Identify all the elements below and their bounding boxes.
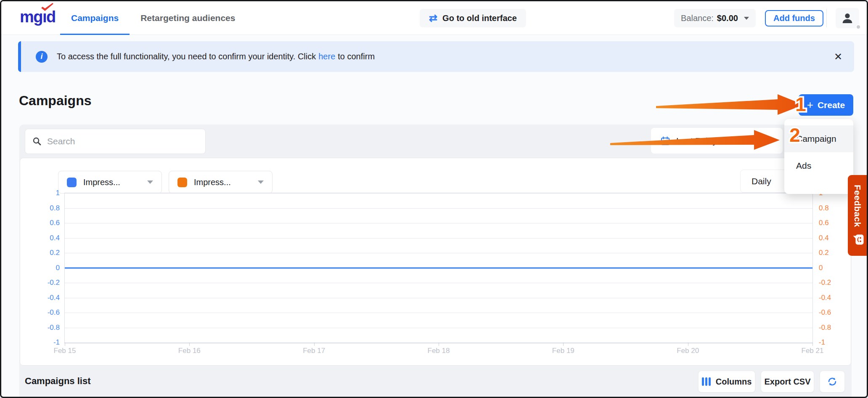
y-axis-right-tick: 0.2 — [819, 249, 829, 257]
metric-right-label: Impress... — [194, 178, 231, 187]
confirm-identity-link[interactable]: here — [318, 52, 335, 61]
columns-label: Columns — [716, 377, 752, 387]
info-icon: i — [36, 51, 48, 63]
y-axis-left-tick: 0.6 — [50, 219, 60, 227]
header-divider — [826, 9, 827, 27]
create-button[interactable]: + Create — [799, 94, 853, 116]
y-axis-left-tick: -0.2 — [48, 279, 60, 287]
y-axis-right-tick: -0.6 — [819, 308, 831, 317]
close-icon[interactable]: ✕ — [834, 51, 842, 63]
metric-left-label: Impress... — [83, 178, 120, 187]
balance-dropdown[interactable]: Balance: $0.00 — [674, 9, 756, 27]
y-axis-left-tick: 0.8 — [50, 204, 60, 212]
swap-arrows-icon: ⇄ — [429, 13, 437, 23]
x-axis-tick: Feb 21 — [802, 347, 824, 355]
logo-check-icon — [40, 3, 54, 12]
y-axis-left-tick: -0.4 — [48, 294, 60, 302]
y-axis-right-tick: -0.4 — [819, 294, 831, 302]
logo-text: mg — [20, 8, 42, 26]
page-title: Campaigns — [19, 93, 91, 109]
y-axis-left-tick: 0 — [56, 264, 60, 272]
chevron-down-icon — [147, 180, 153, 184]
x-axis-tick: Feb 19 — [552, 347, 574, 355]
create-button-label: Create — [818, 100, 845, 110]
go-to-old-interface-label: Go to old interface — [442, 13, 517, 23]
export-csv-button[interactable]: Export CSV — [761, 371, 814, 393]
date-range-picker[interactable]: Last 7 days — [651, 128, 783, 154]
metric-selector-left[interactable]: Impress... — [58, 171, 162, 194]
x-axis-tick: Feb 16 — [178, 347, 201, 355]
y-axis-right-tick: -0.2 — [819, 279, 831, 287]
refresh-button[interactable] — [820, 371, 845, 393]
x-axis-tick: Feb 20 — [677, 347, 699, 355]
calendar-icon — [660, 136, 670, 146]
y-axis-left-tick: 1 — [56, 189, 60, 197]
arrow-1 — [656, 94, 804, 115]
logo-i: ı — [42, 8, 46, 26]
granularity-label: Daily — [752, 176, 771, 186]
date-range-label: Last 7 days — [676, 136, 721, 146]
menu-item-campaign[interactable]: Campaign — [784, 125, 853, 152]
main-nav-tabs: Campaigns Retargeting audiences — [60, 1, 246, 35]
refresh-icon — [827, 376, 838, 387]
plus-icon: + — [807, 99, 813, 110]
x-axis-tick: Feb 15 — [54, 347, 76, 355]
columns-icon — [702, 377, 711, 386]
y-axis-left-tick: 0.4 — [50, 234, 60, 242]
chart-plot: 110.80.80.60.60.40.40.20.200-0.2-0.2-0.4… — [64, 193, 813, 343]
y-axis-right-tick: 0 — [819, 264, 823, 272]
blue-series-swatch — [67, 178, 77, 187]
y-axis-right-tick: 0.6 — [819, 219, 829, 227]
balance-value: $0.00 — [717, 13, 738, 23]
y-axis-right-tick: -0.8 — [819, 324, 831, 332]
chevron-down-icon — [258, 180, 264, 184]
status-dot — [856, 24, 861, 29]
mgid-logo[interactable]: mgıd — [20, 8, 56, 26]
y-axis-left-tick: -1 — [53, 338, 60, 347]
columns-button[interactable]: Columns — [698, 371, 755, 393]
banner-message: To access the full functionality, you ne… — [57, 52, 375, 61]
y-axis-right-tick: 0.4 — [819, 234, 829, 242]
add-funds-button[interactable]: Add funds — [765, 10, 823, 27]
y-axis-left-tick: -0.8 — [48, 324, 60, 332]
feedback-label: Feedback — [852, 185, 863, 227]
go-to-old-interface-button[interactable]: ⇄ Go to old interface — [420, 9, 526, 27]
y-axis-left-tick: 0.2 — [50, 249, 60, 257]
identity-confirmation-banner: i To access the full functionality, you … — [18, 41, 854, 72]
metric-selector-right[interactable]: Impress... — [169, 171, 273, 194]
chevron-down-icon — [744, 17, 749, 20]
y-axis-right-tick: -1 — [819, 338, 825, 347]
x-axis-tick: Feb 17 — [303, 347, 325, 355]
search-icon — [32, 136, 42, 146]
app-window: mgıd Campaigns Retargeting audiences ⇄ G… — [0, 0, 868, 398]
balance-label: Balance: — [681, 13, 714, 23]
search-field[interactable] — [25, 129, 206, 154]
series-line — [65, 267, 812, 268]
create-dropdown-menu: Campaign Ads — [784, 119, 853, 194]
user-avatar-icon — [841, 11, 854, 25]
top-navbar: mgıd Campaigns Retargeting audiences ⇄ G… — [1, 1, 867, 35]
feedback-bubble-icon — [851, 234, 864, 245]
y-axis-left-tick: -0.6 — [48, 308, 60, 317]
campaigns-list-title: Campaigns list — [25, 376, 90, 387]
profile-menu-button[interactable] — [836, 8, 859, 28]
search-input[interactable] — [47, 136, 198, 146]
orange-series-swatch — [177, 178, 187, 187]
y-axis-right-tick: 0.8 — [819, 204, 829, 212]
x-axis-tick: Feb 18 — [428, 347, 450, 355]
menu-item-ads[interactable]: Ads — [784, 152, 853, 179]
feedback-tab[interactable]: Feedback — [848, 175, 867, 256]
tab-campaigns[interactable]: Campaigns — [60, 1, 130, 35]
tab-retargeting-audiences[interactable]: Retargeting audiences — [130, 1, 246, 35]
